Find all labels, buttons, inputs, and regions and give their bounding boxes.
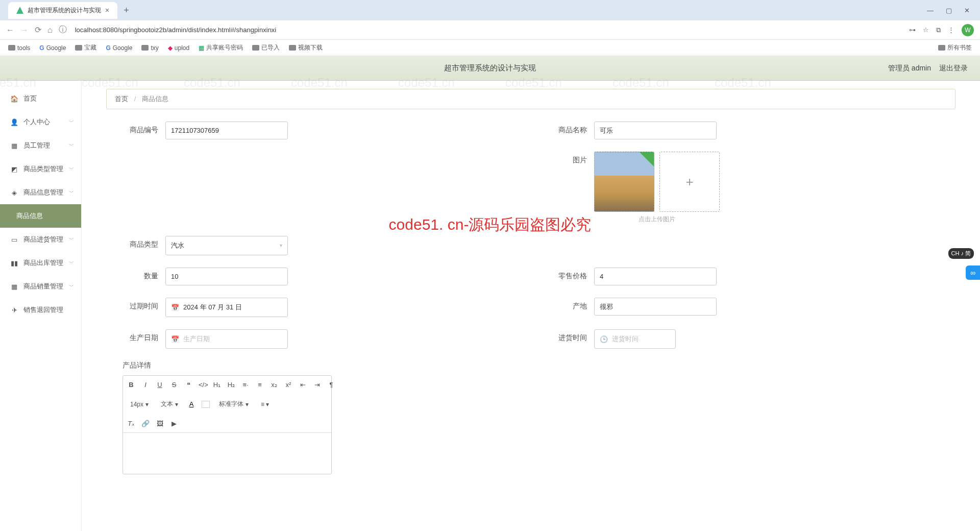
- bookmark-item[interactable]: GGoogle: [39, 44, 66, 52]
- bold-icon[interactable]: B: [127, 381, 135, 389]
- sidebar-item-product-info-sub[interactable]: 商品信息: [0, 204, 81, 228]
- bookmark-item[interactable]: ▦共享账号密码: [199, 43, 243, 52]
- key-icon[interactable]: ⊶: [909, 26, 916, 34]
- underline-icon[interactable]: U: [156, 381, 164, 389]
- sidebar-item-product-info[interactable]: ◈商品信息管理﹀: [0, 181, 81, 204]
- user-icon: 👤: [10, 118, 18, 126]
- sidebar-item-staff[interactable]: ▦员工管理﹀: [0, 134, 81, 157]
- align-select[interactable]: ≡ ▾: [258, 400, 272, 409]
- label-origin: 产地: [551, 298, 587, 311]
- bg-color-icon[interactable]: [202, 401, 210, 408]
- chevron-down-icon: ﹀: [69, 283, 74, 290]
- menu-icon[interactable]: ⋮: [948, 26, 954, 34]
- label-price: 零售价格: [551, 268, 587, 281]
- close-icon[interactable]: ×: [105, 6, 109, 14]
- editor-toolbar: B I U S ❝ </> H₁ H₂ ≡· ≡ x₂ x² ⇤: [123, 376, 331, 433]
- type-select[interactable]: 汽水▾: [165, 236, 288, 255]
- clear-format-icon[interactable]: Tₓ: [127, 420, 135, 427]
- browser-tab[interactable]: 超市管理系统的设计与实现 ×: [8, 2, 117, 19]
- indent-icon[interactable]: ⇤: [299, 381, 307, 389]
- font-color-icon[interactable]: A: [187, 400, 195, 408]
- bookmark-item[interactable]: 视频下载: [289, 43, 323, 52]
- price-input[interactable]: [594, 268, 717, 285]
- font-family-select[interactable]: 标准字体 ▾: [216, 399, 252, 409]
- uploaded-thumbnail[interactable]: [594, 152, 654, 212]
- back-icon[interactable]: ←: [6, 26, 14, 35]
- origin-input[interactable]: [594, 298, 717, 316]
- url-input[interactable]: localhost:8080/springbootoiz2b/admin/dis…: [73, 24, 903, 36]
- home-icon[interactable]: ⌂: [47, 26, 53, 35]
- site-info-icon[interactable]: ⓘ: [59, 25, 67, 35]
- breadcrumb-home[interactable]: 首页: [115, 95, 128, 103]
- extensions-icon[interactable]: ⧉: [936, 26, 941, 34]
- google-icon: G: [39, 44, 44, 52]
- rtl-icon[interactable]: ¶: [327, 381, 335, 389]
- code-icon[interactable]: </>: [199, 381, 207, 389]
- expire-date-input[interactable]: 📅2024 年 07 月 31 日: [165, 298, 288, 317]
- sidebar-item-profile[interactable]: 👤个人中心﹀: [0, 110, 81, 134]
- logout-link[interactable]: 退出登录: [939, 64, 968, 73]
- image-icon[interactable]: 🖼: [156, 420, 164, 427]
- close-window-icon[interactable]: ✕: [964, 7, 970, 14]
- bookmark-item[interactable]: txy: [141, 44, 158, 52]
- strike-icon[interactable]: S: [170, 381, 178, 389]
- italic-icon[interactable]: I: [141, 381, 150, 389]
- browser-tab-bar: 超市管理系统的设计与实现 × + — ▢ ✕: [0, 0, 980, 20]
- bookmark-item[interactable]: GGoogle: [106, 44, 132, 52]
- folder-icon: [75, 45, 82, 51]
- bookmark-item[interactable]: 已导入: [252, 43, 280, 52]
- sidebar-item-purchase[interactable]: ▭商品进货管理﹀: [0, 228, 81, 251]
- calendar-icon: 📅: [171, 335, 179, 343]
- name-input[interactable]: [594, 122, 717, 139]
- sidebar-item-home[interactable]: 🏠首页: [0, 87, 81, 110]
- all-bookmarks[interactable]: 所有书签: [938, 43, 972, 52]
- breadcrumb: 首页 / 商品信息: [106, 89, 955, 109]
- sidebar-item-returns[interactable]: ✈销售退回管理: [0, 298, 81, 322]
- main-content: 首页 / 商品信息 商品编号 商品名称 图片: [82, 81, 980, 531]
- link-icon[interactable]: 🔗: [141, 420, 150, 427]
- bookmark-item[interactable]: ◆uplod: [168, 44, 189, 52]
- prod-date-input[interactable]: 📅生产日期: [165, 329, 288, 349]
- outdent-icon[interactable]: ⇥: [313, 381, 321, 389]
- side-tool-icon[interactable]: ∞: [966, 266, 980, 280]
- reload-icon[interactable]: ⟳: [35, 25, 41, 35]
- upload-add-button[interactable]: +: [659, 152, 720, 212]
- list-ul-icon[interactable]: ≡: [256, 381, 264, 389]
- qty-input[interactable]: [165, 268, 288, 285]
- bookmark-item[interactable]: 宝藏: [75, 43, 96, 52]
- code-input[interactable]: [165, 122, 288, 139]
- rich-text-editor[interactable]: B I U S ❝ </> H₁ H₂ ≡· ≡ x₂ x² ⇤: [122, 375, 332, 474]
- h1-icon[interactable]: H₁: [213, 381, 221, 389]
- box-icon: ◩: [10, 165, 18, 173]
- grid-icon: ▦: [10, 141, 18, 150]
- profile-avatar[interactable]: W: [962, 24, 974, 36]
- bookmark-item[interactable]: tools: [8, 44, 30, 52]
- label-type: 商品类型: [122, 236, 158, 249]
- sidebar-item-outbound[interactable]: ▮▮商品出库管理﹀: [0, 251, 81, 275]
- text-type-select[interactable]: 文本 ▾: [158, 399, 181, 409]
- google-icon: G: [106, 44, 110, 52]
- label-expire: 过期时间: [122, 298, 158, 311]
- h2-icon[interactable]: H₂: [227, 381, 235, 389]
- bookmark-icon[interactable]: ☆: [923, 26, 929, 34]
- chevron-down-icon: ▾: [280, 243, 282, 248]
- new-tab-button[interactable]: +: [124, 5, 129, 16]
- folder-icon: [141, 45, 149, 51]
- chevron-down-icon: ﹀: [69, 189, 74, 196]
- video-icon[interactable]: ▶: [170, 420, 178, 427]
- chevron-down-icon: ﹀: [69, 259, 74, 267]
- bookmark-bar: tools GGoogle 宝藏 GGoogle txy ◆uplod ▦共享账…: [0, 40, 980, 56]
- font-size-select[interactable]: 14px ▾: [127, 400, 152, 409]
- tag-icon: ◈: [10, 188, 18, 197]
- editor-content[interactable]: [123, 433, 331, 474]
- quote-icon[interactable]: ❝: [184, 381, 192, 389]
- superscript-icon[interactable]: x²: [284, 381, 292, 389]
- stock-time-input[interactable]: 🕒进货时间: [594, 329, 676, 349]
- sidebar-item-sales[interactable]: ▦商品销量管理﹀: [0, 275, 81, 298]
- sidebar: 🏠首页 👤个人中心﹀ ▦员工管理﹀ ◩商品类型管理﹀ ◈商品信息管理﹀ 商品信息…: [0, 81, 82, 531]
- minimize-icon[interactable]: —: [927, 7, 934, 14]
- list-ol-icon[interactable]: ≡·: [241, 381, 250, 389]
- maximize-icon[interactable]: ▢: [946, 7, 952, 14]
- sidebar-item-category[interactable]: ◩商品类型管理﹀: [0, 157, 81, 181]
- subscript-icon[interactable]: x₂: [270, 381, 278, 389]
